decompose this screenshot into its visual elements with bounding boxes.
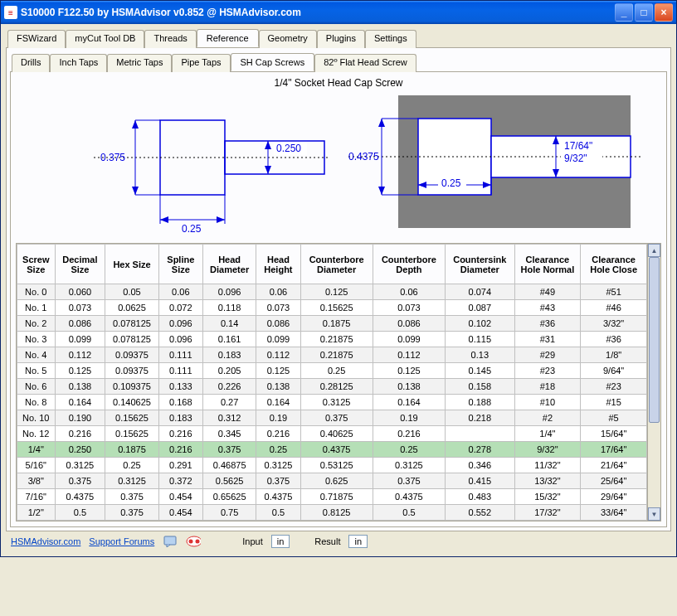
subtab-metric-taps[interactable]: Metric Taps [107,54,172,72]
table-cell: 17/32" [514,505,581,521]
table-scrollbar[interactable]: ▲ ▼ [647,244,660,521]
table-cell: 0.454 [158,505,202,521]
scroll-thumb[interactable] [649,257,660,423]
input-unit-select[interactable]: in [271,535,290,548]
table-cell: 0.096 [158,332,202,347]
table-cell: 0.21875 [300,332,373,347]
table-cell: 0.216 [256,426,300,442]
table-cell: #5 [581,410,647,426]
tab-geometry[interactable]: Geometry [259,30,317,48]
main-tabs: FSWizardmyCut Tool DBThreadsReferenceGeo… [6,29,671,48]
col-header[interactable]: Counterbore Depth [373,245,445,284]
table-cell: 0.05 [105,284,159,300]
col-header[interactable]: Head Height [256,245,300,284]
table-row[interactable]: No. 80.1640.1406250.1680.270.1640.31250.… [17,395,647,410]
table-cell: 0.4375 [256,489,300,505]
table-cell: 0.75 [202,505,256,521]
table-cell: 0.078125 [105,316,159,332]
table-cell: 7/16" [17,489,56,505]
table-row[interactable]: 1/2"0.50.3750.4540.750.50.81250.50.55217… [17,505,647,521]
table-cell: 0.454 [158,489,202,505]
table-cell: 0.078125 [105,332,159,347]
app-window: ≡ S10000 F122.50 by HSMAdvisor v0.852 @ … [0,0,677,557]
table-row[interactable]: 7/16"0.43750.3750.4540.656250.43750.7187… [17,489,647,505]
result-unit-select[interactable]: in [348,535,368,548]
svg-point-37 [189,540,193,544]
table-cell: 0.138 [256,379,300,395]
scroll-up-arrow-icon[interactable]: ▲ [648,244,660,257]
table-row[interactable]: No. 120.2160.156250.2160.3450.2160.40625… [17,426,647,442]
col-header[interactable]: Screw Size [17,245,56,284]
table-cell: 0.375 [373,473,445,489]
scroll-down-arrow-icon[interactable]: ▼ [648,507,660,521]
subtab-sh-cap-screws[interactable]: SH Cap Screws [231,53,315,71]
maximize-button[interactable]: □ [635,3,653,22]
table-cell: 0.099 [373,332,445,347]
subtab-drills[interactable]: Drills [12,54,50,72]
help-icon[interactable] [186,536,201,547]
tab-reference[interactable]: Reference [197,29,259,47]
table-cell: 0.183 [202,347,256,363]
table-cell: 0.086 [373,316,445,332]
tab-mycut-tool-db[interactable]: myCut Tool DB [66,30,144,48]
table-row[interactable]: No. 10.0730.06250.0720.1180.0730.156250.… [17,300,647,316]
table-row[interactable]: 1/4"0.2500.18750.2160.3750.250.43750.250… [17,442,647,458]
col-header[interactable]: Head Diameter [202,245,256,284]
minimize-button[interactable]: _ [615,3,633,22]
col-header[interactable]: Clearance Hole Normal [514,245,581,284]
tab-plugins[interactable]: Plugins [317,30,365,48]
dim-cb-dia: 0.4375 [348,151,379,162]
table-row[interactable]: No. 20.0860.0781250.0960.140.0860.18750.… [17,316,647,332]
subtab-82-flat-head-screw[interactable]: 82º Flat Head Screw [314,54,416,72]
table-cell: 0.278 [446,442,514,458]
col-header[interactable]: Counterbore Diameter [300,245,373,284]
table-cell: 0.138 [373,379,445,395]
table-row[interactable]: No. 50.1250.093750.1110.2050.1250.250.12… [17,363,647,379]
table-cell: 0.073 [373,300,445,316]
forum-icon[interactable] [163,536,178,547]
close-button[interactable]: × [655,3,673,22]
col-header[interactable]: Spline Size [158,245,202,284]
table-cell: 5/16" [17,458,56,473]
table-cell: 0.112 [373,347,445,363]
table-cell: 33/64" [581,505,647,521]
table-cell: 0.164 [55,395,105,410]
table-row[interactable]: 5/16"0.31250.250.2910.468750.31250.53125… [17,458,647,473]
table-cell: #18 [514,379,581,395]
screws-table: Screw SizeDecimal SizeHex SizeSpline Siz… [17,244,647,521]
hsmadvisor-link[interactable]: HSMAdvisor.com [11,536,80,546]
table-row[interactable]: No. 40.1120.093750.1110.1830.1120.218750… [17,347,647,363]
tab-settings[interactable]: Settings [365,30,416,48]
table-row[interactable]: No. 00.0600.050.060.0960.060.1250.060.07… [17,284,647,300]
table-cell: No. 4 [17,347,56,363]
table-row[interactable]: 3/8"0.3750.31250.3720.56250.3750.6250.37… [17,473,647,489]
tab-fswizard[interactable]: FSWizard [7,30,66,48]
table-cell: 0.111 [158,363,202,379]
table-row[interactable]: No. 30.0990.0781250.0960.1610.0990.21875… [17,332,647,347]
table-cell: 0.375 [300,410,373,426]
table-cell: #23 [581,379,647,395]
table-row[interactable]: No. 100.1900.156250.1830.3120.190.3750.1… [17,410,647,426]
subtab-inch-taps[interactable]: Inch Taps [50,54,107,72]
table-cell: #23 [514,363,581,379]
col-header[interactable]: Hex Size [105,245,159,284]
subtab-pipe-taps[interactable]: Pipe Taps [172,54,230,72]
support-forums-link[interactable]: Support Forums [89,536,154,546]
tab-threads[interactable]: Threads [144,30,196,48]
dim-clr-normal: 17/64" [564,140,592,152]
col-header[interactable]: Clearance Hole Close [581,245,647,284]
table-cell: 0.5625 [202,473,256,489]
table-cell: 21/64" [581,458,647,473]
table-cell: #46 [581,300,647,316]
col-header[interactable]: Countersink Diameter [446,245,514,284]
table-cell: 0.133 [158,379,202,395]
table-cell: 0.218 [446,410,514,426]
dim-head-width: 0.25 [182,223,202,235]
table-cell: 11/32" [514,458,581,473]
table-cell: 0.188 [446,395,514,410]
table-cell: 0.483 [446,489,514,505]
col-header[interactable]: Decimal Size [55,245,105,284]
table-cell: 9/32" [514,442,581,458]
table-cell: 0.115 [446,332,514,347]
table-row[interactable]: No. 60.1380.1093750.1330.2260.1380.28125… [17,379,647,395]
